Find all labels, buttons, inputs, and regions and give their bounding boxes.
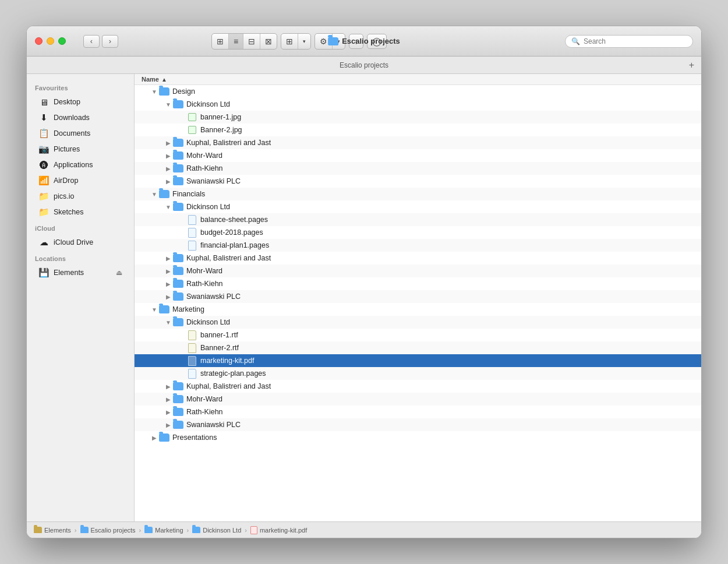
file-name: Banner-2.rtf	[200, 344, 239, 352]
view-columns-btn[interactable]: ⊟	[243, 34, 260, 49]
file-name: Kuphal, Balistreri and Jast	[186, 254, 271, 262]
file-name: Mohr-Ward	[186, 395, 222, 403]
forward-button[interactable]: ›	[102, 35, 118, 48]
folder-icon	[173, 292, 183, 301]
view-cover-btn[interactable]: ⊠	[260, 34, 277, 49]
folder-icon	[173, 164, 183, 172]
file-name: Design	[172, 87, 195, 96]
spacer	[179, 229, 186, 236]
spacer	[179, 114, 186, 121]
sidebar-item-pictures[interactable]: 📷 Pictures	[30, 142, 130, 157]
file-name: banner-1.jpg	[200, 113, 241, 121]
status-marketing: Marketing	[155, 527, 183, 534]
list-item[interactable]: ▶ Swaniawski PLC	[135, 290, 701, 303]
back-button[interactable]: ‹	[83, 35, 100, 48]
sidebar-item-documents[interactable]: 📋 Documents	[30, 126, 130, 141]
status-pdf-icon	[250, 526, 257, 534]
eject-icon[interactable]: ⏏	[116, 269, 122, 277]
chevron-right-icon: ▶	[165, 383, 172, 390]
sidebar-item-sketches[interactable]: 📁 Sketches	[30, 205, 130, 220]
sidebar-item-downloads[interactable]: ⬇ Downloads	[30, 110, 130, 125]
minimize-button[interactable]	[47, 37, 54, 45]
icloud-label: iCloud	[27, 220, 134, 234]
list-item[interactable]: ▶ Swaniawski PLC	[135, 418, 701, 431]
file-name: strategic-plan.pages	[200, 369, 266, 378]
list-item[interactable]: ▼ Dickinson Ltd	[135, 200, 701, 213]
title-bar: ‹ › Escalio projects ⊞ ≡ ⊟ ⊠ ⊞ ▾ ⚙ ▾ ↑	[27, 26, 701, 57]
status-bar: Elements › Escalio projects › Marketing …	[27, 521, 701, 538]
folder-icon	[159, 87, 169, 96]
drive-icon: 💾	[38, 267, 49, 278]
chevron-right-icon: ▶	[165, 421, 172, 428]
view-group-btn[interactable]: ⊞	[281, 34, 298, 49]
list-item[interactable]: ▼ Dickinson Ltd	[135, 98, 701, 111]
close-button[interactable]	[35, 37, 43, 45]
chevron-right-icon: ▶	[165, 165, 172, 172]
jpg-icon	[187, 113, 197, 121]
sidebar-item-label: Documents	[54, 129, 90, 138]
list-item[interactable]: Banner-2.jpg	[135, 124, 701, 136]
list-item[interactable]: ▶ Mohr-Ward	[135, 149, 701, 162]
list-item[interactable]: banner-1.rtf	[135, 329, 701, 341]
list-item[interactable]: ▶ Rath-Kiehn	[135, 406, 701, 418]
list-item[interactable]: balance-sheet.pages	[135, 213, 701, 226]
airdrop-icon: 📶	[38, 175, 49, 186]
pdf-icon	[187, 357, 197, 365]
status-escalio: Escalio projects	[91, 527, 136, 534]
file-name: financial-plan1.pages	[200, 241, 269, 249]
file-name: Swaniawski PLC	[186, 421, 241, 429]
sort-arrow: ▲	[161, 76, 167, 83]
list-item[interactable]: ▼ Design	[135, 85, 701, 98]
spacer	[179, 357, 186, 364]
jpg-icon	[187, 126, 197, 134]
sidebar-item-icloud-drive[interactable]: ☁ iCloud Drive	[30, 235, 130, 250]
list-item[interactable]: ▶ Mohr-Ward	[135, 265, 701, 277]
status-folder-icon	[144, 527, 153, 533]
finder-window: ‹ › Escalio projects ⊞ ≡ ⊟ ⊠ ⊞ ▾ ⚙ ▾ ↑	[26, 26, 702, 538]
main-content: Favourites 🖥 Desktop ⬇ Downloads 📋 Docum…	[27, 74, 701, 521]
sidebar-item-elements[interactable]: 💾 Elements ⏏	[30, 265, 130, 280]
list-item[interactable]: ▼ Dickinson Ltd	[135, 316, 701, 329]
chevron-right-icon: ▶	[165, 267, 172, 274]
list-item[interactable]: strategic-plan.pages	[135, 367, 701, 380]
list-item[interactable]: ▶ Mohr-Ward	[135, 393, 701, 406]
list-item[interactable]: ▶ Kuphal, Balistreri and Jast	[135, 380, 701, 393]
maximize-button[interactable]	[58, 37, 66, 45]
list-item[interactable]: ▶ Swaniawski PLC	[135, 175, 701, 188]
chevron-right-icon: ▶	[165, 152, 172, 159]
list-item[interactable]: ▶ Kuphal, Balistreri and Jast	[135, 252, 701, 265]
file-name: balance-sheet.pages	[200, 216, 268, 224]
list-item[interactable]: budget-2018.pages	[135, 226, 701, 239]
favourites-label: Favourites	[27, 80, 134, 94]
sidebar-item-picsio[interactable]: 📁 pics.io	[30, 189, 130, 204]
list-item[interactable]: ▼ Marketing	[135, 303, 701, 316]
list-item[interactable]: ▶ Presentations	[135, 431, 701, 444]
rtf-icon	[187, 344, 197, 352]
list-item[interactable]: financial-plan1.pages	[135, 239, 701, 252]
view-list-btn[interactable]: ≡	[229, 34, 243, 49]
list-item[interactable]: ▶ Kuphal, Balistreri and Jast	[135, 136, 701, 149]
chevron-down-icon: ▼	[151, 306, 158, 313]
file-name: Dickinson Ltd	[186, 100, 230, 108]
list-item[interactable]: banner-1.jpg	[135, 111, 701, 124]
list-item[interactable]: ▶ Rath-Kiehn	[135, 162, 701, 175]
traffic-lights	[35, 37, 66, 45]
add-column-btn[interactable]: +	[689, 60, 694, 70]
list-item[interactable]: ▶ Rath-Kiehn	[135, 277, 701, 290]
list-item[interactable]: Banner-2.rtf	[135, 341, 701, 354]
spacer	[179, 332, 186, 339]
file-name: budget-2018.pages	[200, 228, 263, 237]
file-name: Marketing	[172, 305, 204, 313]
chevron-right-icon: ▶	[165, 280, 172, 287]
view-group-arrow[interactable]: ▾	[298, 34, 310, 49]
search-bar[interactable]: 🔍	[565, 35, 693, 48]
view-icons-btn[interactable]: ⊞	[212, 34, 229, 49]
search-input[interactable]	[584, 37, 687, 45]
sidebar-item-applications[interactable]: 🅐 Applications	[30, 157, 130, 172]
sidebar-item-desktop[interactable]: 🖥 Desktop	[30, 94, 130, 110]
status-filename: marketing-kit.pdf	[260, 527, 307, 534]
sidebar-item-airdrop[interactable]: 📶 AirDrop	[30, 173, 130, 188]
list-item-selected[interactable]: marketing-kit.pdf	[135, 354, 701, 367]
list-item[interactable]: ▼ Financials	[135, 188, 701, 200]
pictures-icon: 📷	[38, 144, 49, 154]
